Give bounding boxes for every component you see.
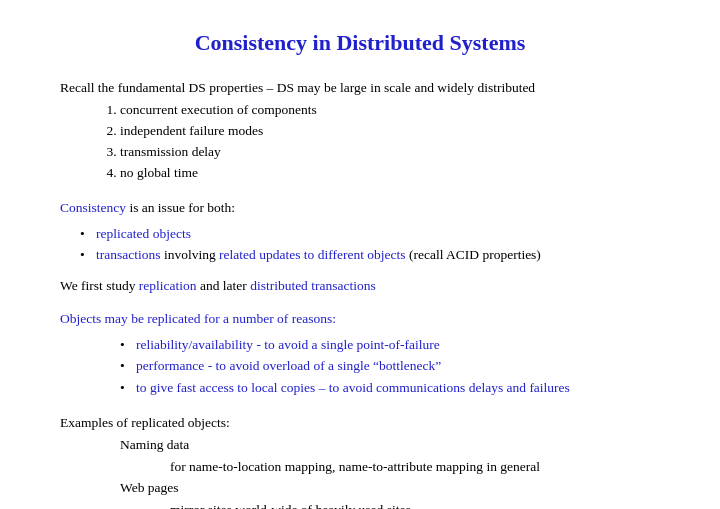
- transactions-link: transactions: [96, 247, 160, 262]
- page-title: Consistency in Distributed Systems: [60, 30, 660, 56]
- recall-section: Recall the fundamental DS properties – D…: [60, 80, 660, 184]
- objects-bullets: reliability/availability - to avoid a si…: [120, 334, 660, 399]
- replication-prefix: We first study: [60, 278, 139, 293]
- transactions-rest: (recall ACID properties): [406, 247, 541, 262]
- performance-text: performance - to avoid overload of a sin…: [136, 358, 441, 373]
- distributed-transactions-link: distributed transactions: [250, 278, 376, 293]
- consistency-label: Consistency: [60, 200, 126, 215]
- consistency-intro: Consistency is an issue for both:: [60, 198, 660, 219]
- replication-link: replication: [139, 278, 197, 293]
- fast-access-text: to give fast access to local copies – to…: [136, 380, 570, 395]
- replication-line: We first study replication and later dis…: [60, 276, 660, 297]
- naming-data-label: Naming data: [120, 434, 660, 456]
- list-item: reliability/availability - to avoid a si…: [120, 334, 660, 356]
- list-item: transactions involving related updates t…: [80, 244, 660, 266]
- replication-middle: and later: [197, 278, 251, 293]
- examples-heading: Examples of replicated objects:: [60, 412, 660, 434]
- examples-section: Examples of replicated objects: Naming d…: [60, 412, 660, 509]
- list-item: independent failure modes: [120, 121, 660, 142]
- replicated-objects-link: replicated objects: [96, 226, 191, 241]
- page: Consistency in Distributed Systems Recal…: [0, 0, 720, 509]
- list-item: replicated objects: [80, 223, 660, 245]
- recall-list: concurrent execution of components indep…: [120, 100, 660, 184]
- consistency-bullets: replicated objects transactions involvin…: [80, 223, 660, 266]
- consistency-section: Consistency is an issue for both: replic…: [60, 198, 660, 266]
- list-item: concurrent execution of components: [120, 100, 660, 121]
- list-item: to give fast access to local copies – to…: [120, 377, 660, 399]
- web-pages-label: Web pages: [120, 477, 660, 499]
- list-item: transmission delay: [120, 142, 660, 163]
- objects-heading-text: Objects may be replicated for a number o…: [60, 311, 336, 326]
- reliability-text: reliability/availability - to avoid a si…: [136, 337, 440, 352]
- list-item: performance - to avoid overload of a sin…: [120, 355, 660, 377]
- consistency-suffix: is an issue for both:: [126, 200, 235, 215]
- recall-intro: Recall the fundamental DS properties – D…: [60, 80, 660, 96]
- objects-section: Objects may be replicated for a number o…: [60, 309, 660, 399]
- list-item: no global time: [120, 163, 660, 184]
- objects-heading: Objects may be replicated for a number o…: [60, 309, 660, 330]
- transactions-middle: involving: [161, 247, 220, 262]
- web-pages-sub: mirror sites world-wide of heavily used …: [170, 499, 660, 509]
- naming-data-sub: for name-to-location mapping, name-to-at…: [170, 456, 660, 478]
- related-updates-link: related updates to different objects: [219, 247, 405, 262]
